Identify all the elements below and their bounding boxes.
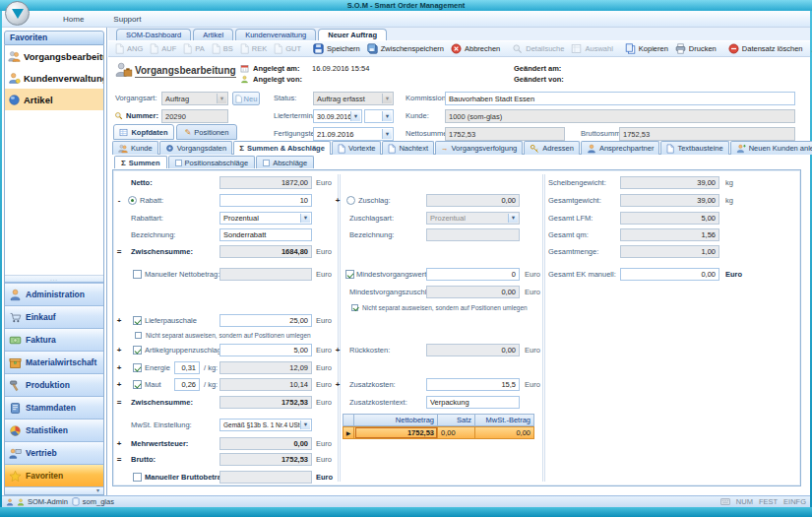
module-stammdaten[interactable]: Stammdaten	[5, 396, 103, 419]
tab-summen-abschlaege[interactable]: ΣSummen & Abschläge	[233, 141, 331, 155]
artikelgruppenzuschlag-checkbox[interactable]	[133, 346, 142, 355]
tab-vorgangsverfolgung[interactable]: →Vorgangsverfolgung	[435, 141, 523, 155]
zwischensumme2-label: Zwischensumme:	[131, 396, 193, 409]
zwischensumme1-label: Zwischensumme:	[131, 245, 193, 258]
manueller-brutto-checkbox[interactable]	[133, 473, 142, 482]
cancel-button[interactable]: Abbrechen	[448, 42, 503, 56]
detail-tabs: Kunde Vorgangsdaten ΣSummen & Abschläge …	[112, 141, 804, 155]
tab-ansprechpartner[interactable]: Ansprechpartner	[581, 141, 659, 155]
menu-home[interactable]: Home	[59, 14, 88, 25]
rabatt-input[interactable]: 10	[219, 194, 312, 207]
tab-vorgangsdaten[interactable]: Vorgangsdaten	[159, 141, 232, 155]
bezeichnung-label: Bezeichnung:	[131, 228, 175, 241]
kw-select[interactable]: ▼	[364, 109, 394, 123]
tab-neuen-kunden-anlegen[interactable]: Neuen Kunden anlegen	[730, 141, 812, 155]
cart-icon	[9, 311, 22, 324]
document-icon	[115, 43, 124, 54]
fertigungstermin-date-select[interactable]: 21.09.2016▼	[313, 127, 394, 141]
column-header[interactable]: MwSt.-Betrag	[475, 414, 534, 426]
module-favoriten[interactable]: Favoriten	[5, 464, 103, 486]
zuschlag-radio[interactable]	[346, 196, 355, 205]
artikelgruppenzuschlag-input[interactable]: 5,00	[219, 344, 312, 356]
sidebar-splitter[interactable]: ...	[5, 275, 103, 283]
sidebar-item-kundenverwaltung[interactable]: Kundenverwaltung	[5, 67, 103, 89]
tab-summen[interactable]: ΣSummen	[114, 156, 167, 168]
zusatzkosten-input[interactable]: 15,5	[426, 378, 520, 391]
save-button[interactable]: Speichern	[310, 42, 363, 56]
mwst-einstellung-select[interactable]: Gemäß §13b S. 1 Nr.4 UStG▼	[219, 419, 312, 431]
menu-support[interactable]: Support	[109, 14, 145, 25]
module-produktion[interactable]: Produktion	[5, 373, 103, 396]
copy-button[interactable]: Kopieren	[622, 42, 671, 56]
sidebar-item-artikel[interactable]: Artikel	[5, 89, 103, 110]
table-row[interactable]: ▶ 1752,53 0,00 0,00	[343, 426, 534, 439]
tab-positionsabschlaege[interactable]: Positionsabschläge	[168, 156, 256, 168]
zuschlagsart-select: Prozentual▼	[426, 212, 520, 225]
chevron-down-icon: ▼	[217, 94, 226, 103]
user-icon	[17, 498, 25, 506]
vorgangsart-label: Vorgangsart:	[115, 92, 157, 105]
zusatzkostentext-input[interactable]: Verpackung	[426, 396, 520, 409]
chevron-down-icon: ▼	[382, 129, 392, 139]
module-statistiken[interactable]: Statistiken	[5, 419, 103, 441]
kunde-field: 1000 (som-glas)	[445, 109, 795, 123]
lieferpauschale-input[interactable]: 25,00	[219, 314, 312, 327]
new-doc-icon	[235, 95, 242, 103]
main-area: SOM-Dashboard Artikel Kundenverwaltung N…	[108, 28, 810, 495]
umlegen-label: Nicht separat ausweisen, sondern auf Pos…	[146, 329, 311, 342]
tab-abschlaege[interactable]: Abschläge	[256, 156, 314, 168]
module-label: Vertrieb	[26, 448, 57, 458]
lieferpauschale-checkbox[interactable]	[133, 316, 142, 325]
sidebar-collapse-handle[interactable]: ▾	[5, 486, 103, 494]
tab-textbausteine[interactable]: Textbausteine	[660, 141, 728, 155]
chevron-down-icon: ▼	[350, 111, 360, 121]
tab-adressen[interactable]: Adressen	[524, 141, 580, 155]
sidebar-item-label: Artikel	[24, 95, 53, 105]
bezeichnung-input[interactable]: Sonderrabatt	[219, 228, 312, 241]
tab-artikel[interactable]: Artikel	[193, 29, 233, 40]
column-header[interactable]: Satz	[438, 414, 475, 426]
zusatzkostentext-label: Zusatzkostentext:	[349, 396, 407, 409]
zusatzkosten-label: Zusatzkosten:	[349, 378, 396, 391]
new-button[interactable]: Neu	[232, 92, 260, 105]
module-administration[interactable]: Administration	[5, 283, 103, 305]
minus-sign: -	[115, 194, 123, 207]
module-vertrieb[interactable]: Vertrieb	[5, 441, 103, 464]
print-button[interactable]: Drucken	[672, 42, 719, 56]
rabatt-radio[interactable]	[128, 196, 137, 205]
gesamt-ek-input[interactable]: 0,00	[620, 268, 719, 281]
tab-vortexte[interactable]: Vortexte	[332, 141, 382, 155]
tab-kundenverwaltung[interactable]: Kundenverwaltung	[235, 29, 316, 40]
liefertermin-date-select[interactable]: 30.09.2016▼	[313, 109, 362, 123]
scheibengewicht-field: 39,00	[620, 176, 719, 189]
module-faktura[interactable]: Faktura	[5, 328, 103, 351]
mindestvorgangswert-input[interactable]: 0	[426, 268, 520, 281]
maut-checkbox[interactable]	[133, 380, 142, 389]
tab-som-dashboard[interactable]: SOM-Dashboard	[116, 29, 191, 40]
cache-save-button[interactable]: Zwischenspeichern	[364, 42, 447, 56]
module-einkauf[interactable]: Einkauf	[5, 305, 103, 328]
maut-satz-input[interactable]: 0,26	[174, 378, 200, 391]
tab-positionen[interactable]: ✎ Positionen	[176, 124, 237, 140]
rueckkosten-field: 0,00	[426, 344, 520, 356]
lieferpauschale-label: Lieferpauschale	[145, 314, 197, 327]
energie-checkbox[interactable]	[133, 363, 142, 372]
kommission-input[interactable]: Bauvorhaben Stadt Essen	[445, 92, 795, 105]
module-label: Administration	[26, 290, 85, 299]
document-icon	[240, 43, 249, 54]
tab-neuer-auftrag[interactable]: Neuer Auftrag	[318, 29, 387, 40]
manueller-brutto-label: Manueller Bruttobetrag:	[145, 471, 228, 484]
sidebar-item-vorgangsbearbeitung[interactable]: Vorgangsbearbeitung	[5, 45, 103, 67]
manueller-netto-checkbox[interactable]	[133, 270, 142, 279]
column-header[interactable]: Nettobetrag	[354, 414, 438, 426]
energie-satz-input[interactable]: 0,31	[174, 361, 200, 374]
module-materialwirtschaft[interactable]: Materialwirtschaft	[5, 351, 103, 373]
mindestvorgangswert-checkbox[interactable]	[345, 270, 354, 279]
tab-kopfdaten[interactable]: Kopfdaten	[113, 124, 174, 140]
rabattart-select[interactable]: Prozentual▼	[219, 212, 312, 225]
tab-nachtext[interactable]: Nachtext	[382, 141, 434, 155]
umlegen-checkbox[interactable]	[135, 332, 142, 339]
delete-record-button[interactable]: Datensatz löschen	[725, 42, 806, 56]
umlegen-checkbox[interactable]	[351, 304, 358, 311]
tab-kunde[interactable]: Kunde	[112, 141, 158, 155]
